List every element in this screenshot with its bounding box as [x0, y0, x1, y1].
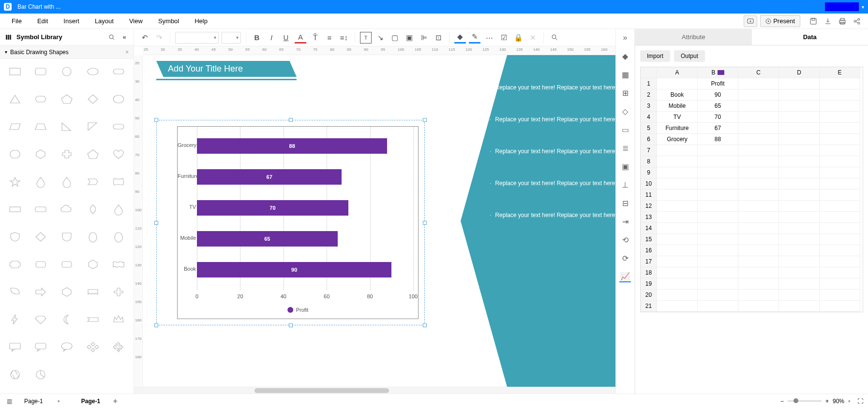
resize-handle-se[interactable] — [423, 323, 427, 327]
data-cell[interactable] — [779, 156, 820, 167]
data-cell[interactable] — [779, 134, 820, 145]
shape-plaque-2[interactable] — [30, 256, 52, 273]
shape-cross[interactable] — [56, 146, 78, 163]
page-tab[interactable]: Page-1 — [75, 396, 107, 407]
data-cell[interactable] — [738, 234, 779, 245]
shape-four-diamond[interactable] — [82, 338, 104, 356]
fill-tool-icon[interactable]: ◆ — [619, 50, 631, 62]
menu-layout[interactable]: Layout — [87, 15, 121, 27]
menu-file[interactable]: File — [4, 15, 30, 27]
resize-handle-s[interactable] — [289, 323, 293, 327]
shape-shield-2[interactable] — [56, 228, 78, 246]
col-header[interactable]: A — [657, 67, 698, 78]
shape-pie[interactable] — [30, 366, 52, 383]
data-cell[interactable] — [698, 223, 738, 234]
data-cell[interactable] — [657, 167, 698, 178]
data-cell[interactable] — [820, 278, 860, 290]
shape-rect-2[interactable] — [4, 201, 26, 218]
data-cell[interactable] — [657, 223, 698, 234]
data-cell[interactable]: TV — [657, 112, 698, 123]
data-cell[interactable] — [738, 189, 779, 201]
data-cell[interactable] — [657, 145, 698, 156]
data-cell[interactable] — [698, 167, 738, 178]
data-cell[interactable]: Furniture — [657, 123, 698, 134]
line-spacing-button[interactable]: ≡↕ — [338, 32, 350, 44]
data-cell[interactable] — [779, 290, 820, 301]
shape-cloud[interactable] — [56, 201, 78, 218]
row-header[interactable]: 2 — [641, 89, 657, 101]
data-cell[interactable] — [779, 89, 820, 101]
data-cell[interactable] — [657, 178, 698, 189]
data-cell[interactable] — [779, 112, 820, 123]
data-cell[interactable] — [738, 278, 779, 290]
line-color-button[interactable]: ✎ — [469, 32, 480, 44]
layers-tool-icon[interactable]: ◇ — [619, 105, 631, 117]
align-objects-button[interactable]: ⊫ — [418, 32, 430, 44]
shape-curve[interactable] — [4, 283, 26, 301]
refresh-tool-icon[interactable]: ⟲ — [619, 234, 631, 246]
row-header[interactable]: 15 — [641, 234, 657, 245]
data-cell[interactable]: Mobile — [657, 101, 698, 112]
data-cell[interactable] — [698, 256, 738, 267]
share-icon[interactable] — [853, 17, 861, 26]
data-cell[interactable] — [657, 234, 698, 245]
group-button[interactable]: ⊡ — [433, 32, 444, 44]
table-tool-icon[interactable]: ⊟ — [619, 197, 631, 209]
shape-stadium[interactable] — [107, 118, 130, 135]
menu-help[interactable]: Help — [187, 15, 215, 27]
import-button[interactable]: Import — [640, 50, 670, 62]
data-cell[interactable] — [779, 78, 820, 89]
scrollbar-thumb[interactable] — [254, 388, 389, 393]
shape-hexagon-3[interactable] — [82, 256, 104, 273]
data-cell[interactable]: 65 — [698, 101, 738, 112]
canvas-page[interactable]: Add Your Title Here Replace your text he… — [143, 55, 615, 387]
data-cell[interactable] — [738, 290, 779, 301]
resize-handle-n[interactable] — [289, 118, 293, 122]
shape-parallelogram[interactable] — [4, 118, 26, 135]
data-cell[interactable]: Book — [657, 89, 698, 101]
shape-octagon[interactable] — [4, 146, 26, 163]
data-cell[interactable] — [820, 167, 860, 178]
data-cell[interactable] — [820, 112, 860, 123]
data-cell[interactable] — [657, 267, 698, 278]
connector-button[interactable]: ↘ — [374, 32, 386, 44]
zoom-in-button[interactable]: + — [825, 398, 829, 405]
data-cell[interactable] — [738, 78, 779, 89]
container-button[interactable]: ▢ — [389, 32, 401, 44]
data-cell[interactable] — [698, 145, 738, 156]
org-tool-icon[interactable]: ⊥ — [619, 179, 631, 190]
data-cell[interactable] — [698, 245, 738, 256]
tab-attribute[interactable]: Attribute — [635, 29, 752, 45]
data-cell[interactable] — [698, 290, 738, 301]
shape-rounded-rect[interactable] — [30, 63, 52, 80]
data-table[interactable]: ABCDE1Profit2Book903Mobile654TV705Furnit… — [640, 67, 863, 312]
shape-four-arrow[interactable] — [107, 338, 130, 356]
data-cell[interactable] — [657, 278, 698, 290]
image-tool-icon[interactable]: ▣ — [619, 160, 631, 172]
text-transform-button[interactable]: T̄ — [309, 32, 321, 44]
row-header[interactable]: 6 — [641, 134, 657, 145]
row-header[interactable]: 7 — [641, 145, 657, 156]
find-button[interactable] — [549, 32, 560, 44]
lock-button[interactable]: 🔒 — [512, 32, 524, 44]
data-cell[interactable] — [698, 189, 738, 201]
italic-button[interactable]: I — [266, 32, 277, 44]
data-cell[interactable] — [820, 267, 860, 278]
row-header[interactable]: 3 — [641, 101, 657, 112]
data-cell[interactable] — [698, 278, 738, 290]
data-cell[interactable] — [820, 78, 860, 89]
expand-panel-icon[interactable]: » — [619, 32, 631, 44]
data-cell[interactable]: 90 — [698, 89, 738, 101]
row-header[interactable]: 12 — [641, 201, 657, 212]
chart-selection[interactable]: 8867706590 GroceryFurnitureTVMobileBook … — [156, 120, 425, 325]
data-cell[interactable] — [738, 89, 779, 101]
data-cell[interactable] — [657, 245, 698, 256]
data-cell[interactable]: Profit — [698, 78, 738, 89]
shape-hexagon[interactable] — [30, 90, 52, 108]
row-header[interactable]: 20 — [641, 290, 657, 301]
shape-hexagon-4[interactable] — [56, 283, 78, 301]
shape-circle[interactable] — [56, 63, 78, 80]
data-cell[interactable] — [779, 145, 820, 156]
shape-drop-2[interactable] — [107, 201, 130, 218]
resize-handle-w[interactable] — [154, 221, 158, 225]
